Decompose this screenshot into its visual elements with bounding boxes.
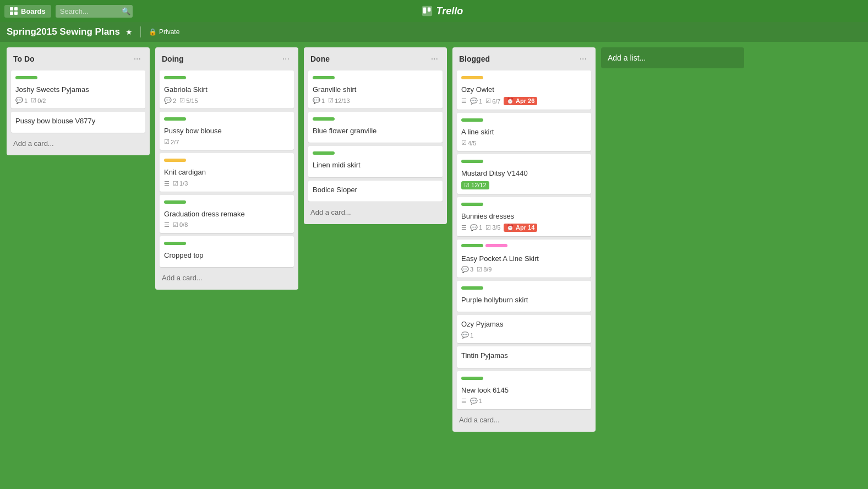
list-menu-button[interactable]: ···	[132, 53, 143, 65]
card-title: Pussy bow blouse	[164, 126, 290, 136]
card[interactable]: Joshy Sweets Pyjamas 💬1☑0/2	[11, 70, 145, 108]
card-title: New look 6145	[461, 385, 587, 395]
card-label	[461, 76, 483, 79]
card-title: Granville shirt	[313, 85, 438, 95]
checklist-complete-badge: ☑ 12/12	[461, 181, 489, 189]
nav-left: Boards 🔍	[4, 5, 130, 18]
comment-icon: 💬	[470, 398, 478, 405]
checklist-icon: ☑	[477, 266, 482, 273]
card-labels	[461, 244, 587, 251]
card[interactable]: Cropped top	[160, 236, 294, 267]
add-card-button[interactable]: Add a card...	[160, 270, 294, 285]
checklist-value: 6/7	[492, 98, 500, 105]
top-nav: Boards 🔍 Trello	[0, 0, 868, 22]
card[interactable]: Linen midi skirt	[308, 146, 443, 177]
comment-icon: 💬	[313, 97, 320, 104]
card[interactable]: Knit cardigan ☰☑1/3 ✏	[160, 153, 294, 191]
card-label	[461, 203, 483, 206]
comment-count: 2	[173, 97, 176, 104]
list-title: Blogged	[459, 55, 490, 63]
checklist-value: 0/2	[37, 97, 46, 104]
card[interactable]: Pussy bow blouse ☑2/7	[160, 112, 294, 150]
card-title: Cropped top	[164, 251, 290, 260]
list-doing: Doing ··· Gabriola Skirt 💬2☑5/15 Pussy b…	[155, 47, 298, 290]
card[interactable]: Ozy Pyjamas 💬1	[457, 315, 591, 343]
boards-button[interactable]: Boards	[4, 5, 51, 18]
search-input[interactable]	[56, 5, 133, 18]
card-badges: ☰💬1☑3/5⏰ Apr 14	[461, 224, 587, 232]
description-icon: ☰	[164, 221, 170, 229]
card[interactable]: New look 6145 ☰💬1	[457, 371, 591, 409]
lock-icon: 🔒	[149, 28, 157, 36]
svg-rect-2	[427, 8, 430, 12]
due-date-badge: ⏰ Apr 26	[504, 97, 537, 105]
checklist-value: 8/9	[483, 266, 492, 273]
list-header: Doing ···	[160, 52, 294, 66]
divider	[140, 26, 141, 37]
list-done: Done ··· Granville shirt 💬1☑12/13 Blue f…	[304, 47, 447, 224]
card-label	[461, 377, 483, 380]
card[interactable]: Blue flower granville	[308, 112, 443, 143]
card[interactable]: Easy Pocket A Line Skirt 💬3☑8/9	[457, 240, 591, 278]
card-badges: ☰☑1/3	[164, 180, 290, 187]
comment-badge: 💬1	[461, 332, 473, 339]
list-menu-button[interactable]: ···	[429, 53, 440, 65]
card[interactable]: A line skirt ☑4/5	[457, 113, 591, 151]
add-card-button[interactable]: Add a card...	[11, 136, 145, 151]
card-badges: ☑2/7	[164, 138, 290, 145]
card[interactable]: Bunnies dresses ☰💬1☑3/5⏰ Apr 14	[457, 197, 591, 236]
card-badges: ☑ 12/12	[461, 181, 587, 189]
comment-icon: 💬	[461, 266, 469, 273]
card-title: Ozy Pyjamas	[461, 319, 587, 329]
card-title: Blue flower granville	[313, 126, 438, 136]
card-badges: 💬1☑0/2	[15, 97, 141, 104]
comment-count: 1	[470, 332, 473, 339]
comment-icon: 💬	[15, 97, 23, 104]
boards-icon	[10, 7, 18, 15]
star-icon[interactable]: ★	[125, 28, 133, 36]
card-title: Bunnies dresses	[461, 211, 587, 221]
description-icon: ☰	[461, 398, 467, 405]
trello-text: Trello	[436, 6, 463, 17]
list-title: Doing	[162, 55, 184, 63]
card[interactable]: Mustard Ditsy V1440 ☑ 12/12	[457, 154, 591, 193]
list-blogged: Blogged ··· Ozy Owlet ☰💬1☑6/7⏰ Apr 26 A …	[452, 47, 596, 432]
checklist-icon: ☑	[173, 221, 178, 229]
list-header: Done ···	[308, 52, 443, 66]
add-list-placeholder[interactable]: Add a list...	[601, 47, 744, 68]
card-title: Purple hollyburn skirt	[461, 295, 587, 305]
card[interactable]: Granville shirt 💬1☑12/13	[308, 70, 443, 108]
checklist-icon: ☑	[485, 224, 491, 231]
comment-badge: 💬3	[461, 266, 473, 273]
card[interactable]: Ozy Owlet ☰💬1☑6/7⏰ Apr 26	[457, 70, 591, 110]
card-title: Mustard Ditsy V1440	[461, 169, 587, 178]
card[interactable]: Gabriola Skirt 💬2☑5/15	[160, 70, 294, 108]
card-label	[313, 151, 335, 155]
comment-badge: 💬1	[470, 97, 482, 105]
card-title: Knit cardigan	[164, 167, 290, 177]
card-title: Joshy Sweets Pyjamas	[15, 85, 141, 95]
comment-count: 3	[470, 266, 473, 273]
checklist-icon: ☑	[461, 139, 467, 146]
checklist-badge: ☑0/8	[173, 221, 188, 229]
checklist-value: 2/7	[171, 139, 179, 145]
board-header: Spring2015 Sewing Plans ★ 🔒 Private	[0, 22, 868, 42]
card[interactable]: Graduation dress remake ☰☑0/8	[160, 195, 294, 233]
card[interactable]: Pussy bow blouse V877y	[11, 112, 145, 133]
card[interactable]: Tintin Pyjamas	[457, 346, 591, 367]
list-menu-button[interactable]: ···	[280, 53, 292, 65]
description-icon: ☰	[461, 224, 467, 231]
card[interactable]: Bodice Sloper	[308, 181, 443, 202]
comment-count: 1	[321, 97, 325, 104]
card-label	[313, 117, 335, 121]
checklist-badge: ☑3/5	[485, 224, 500, 231]
list-menu-button[interactable]: ···	[577, 53, 589, 65]
card-title: Ozy Owlet	[461, 85, 587, 95]
card[interactable]: Purple hollyburn skirt	[457, 281, 591, 312]
add-card-button[interactable]: Add a card...	[308, 205, 443, 220]
add-card-button[interactable]: Add a card...	[457, 412, 591, 427]
checklist-value: 4/5	[468, 140, 476, 146]
comment-count: 1	[479, 98, 482, 105]
comment-icon: 💬	[461, 332, 469, 339]
card-title: Easy Pocket A Line Skirt	[461, 254, 587, 264]
